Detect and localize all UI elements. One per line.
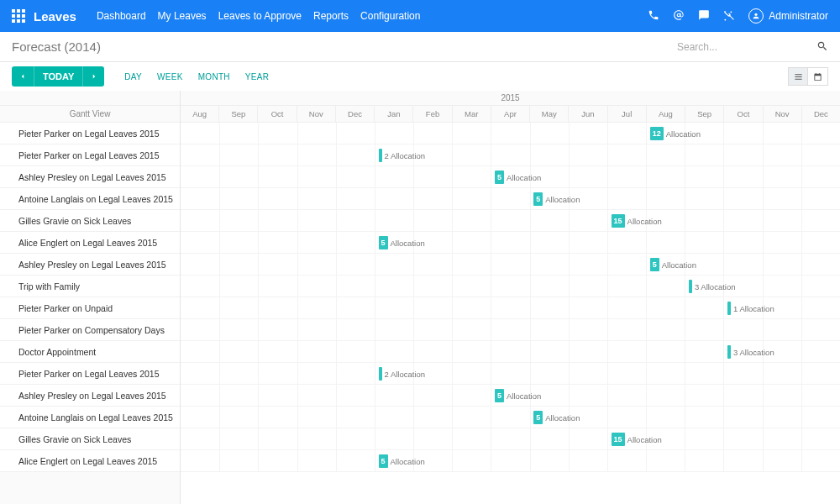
- gantt-row-label[interactable]: Pieter Parker on Compensatory Days: [0, 319, 180, 341]
- gantt-row: 3 Allocation: [181, 341, 840, 363]
- allocation-chip: 15: [612, 433, 625, 446]
- nav-reports[interactable]: Reports: [313, 10, 349, 22]
- range-year[interactable]: YEAR: [245, 72, 269, 81]
- month-header-cell: Jan: [374, 106, 412, 122]
- allocation-bar[interactable]: 5Allocation: [533, 411, 580, 424]
- month-header-cell: Sep: [218, 106, 257, 122]
- gantt: Gantt View Pieter Parker on Legal Leaves…: [0, 91, 840, 504]
- user-name: Administrator: [769, 10, 828, 22]
- range-month[interactable]: MONTH: [198, 72, 230, 81]
- nav-config[interactable]: Configuration: [360, 10, 420, 22]
- next-button[interactable]: [82, 66, 104, 87]
- allocation-text: Allocation: [627, 217, 662, 226]
- allocation-bar[interactable]: 5Allocation: [379, 454, 425, 468]
- app-brand: Leaves: [34, 9, 76, 24]
- list-view-toggle[interactable]: [788, 67, 808, 86]
- gantt-row-label[interactable]: Antoine Langlais on Legal Leaves 2015: [0, 407, 180, 428]
- chat-icon[interactable]: [698, 9, 710, 23]
- gantt-row-label[interactable]: Gilles Gravie on Sick Leaves: [0, 210, 180, 232]
- allocation-text: 2 Allocation: [385, 370, 426, 379]
- month-header-cell: Nov: [763, 106, 801, 122]
- allocation-text: 1 Allocation: [733, 304, 774, 313]
- allocation-bar[interactable]: 12Allocation: [650, 127, 701, 140]
- gantt-row-label[interactable]: Gilles Gravie on Sick Leaves: [0, 428, 180, 450]
- gantt-row: 3 Allocation: [181, 276, 840, 297]
- apps-icon[interactable]: [12, 9, 25, 23]
- allocation-bar[interactable]: 15Allocation: [612, 214, 662, 228]
- tools-icon[interactable]: [723, 10, 735, 22]
- allocation-chip: 5: [495, 389, 504, 402]
- today-button[interactable]: TODAY: [34, 66, 82, 87]
- gantt-row-label[interactable]: Ashley Presley on Legal Leaves 2015: [0, 166, 180, 188]
- allocation-text: Allocation: [545, 413, 580, 423]
- month-header-cell: Aug: [646, 106, 685, 122]
- gantt-row-label[interactable]: Alice Englert on Legal Leaves 2015: [0, 232, 180, 254]
- month-header-cell: May: [529, 106, 568, 122]
- gantt-row-label[interactable]: Ashley Presley on Legal Leaves 2015: [0, 254, 180, 276]
- gantt-row-label[interactable]: Pieter Parker on Legal Leaves 2015: [0, 144, 180, 166]
- allocation-bar[interactable]: 5Allocation: [495, 389, 541, 402]
- allocation-bar[interactable]: 2 Allocation: [379, 367, 426, 381]
- nav-dashboard[interactable]: Dashboard: [97, 10, 146, 22]
- gantt-grid[interactable]: 2015 AugSepOctNovDecJanFebMarAprMayJunJu…: [181, 91, 840, 504]
- allocation-chip: 5: [495, 171, 504, 184]
- range-tabs: DAY WEEK MONTH YEAR: [124, 72, 269, 81]
- allocation-chip: 15: [612, 214, 625, 228]
- gantt-row-label[interactable]: Pieter Parker on Legal Leaves 2015: [0, 123, 180, 144]
- gantt-sidebar-title: Gantt View: [0, 106, 180, 123]
- gantt-month-header: AugSepOctNovDecJanFebMarAprMayJunJulAugS…: [181, 106, 840, 123]
- nav-my-leaves[interactable]: My Leaves: [158, 10, 207, 22]
- gantt-row-label[interactable]: Ashley Presley on Legal Leaves 2015: [0, 385, 180, 407]
- month-header-cell: Jul: [607, 106, 646, 122]
- allocation-bar[interactable]: 1 Allocation: [727, 302, 774, 315]
- allocation-text: Allocation: [662, 260, 696, 270]
- allocation-text: 2 Allocation: [385, 151, 426, 160]
- range-week[interactable]: WEEK: [157, 72, 183, 81]
- gantt-row-label[interactable]: Antoine Langlais on Legal Leaves 2015: [0, 188, 180, 210]
- allocation-bar[interactable]: 3 Allocation: [689, 280, 736, 293]
- gantt-row-label[interactable]: Pieter Parker on Unpaid: [0, 297, 180, 319]
- allocation-chip: 5: [379, 236, 388, 249]
- gantt-row-label[interactable]: Alice Englert on Legal Leaves 2015: [0, 450, 180, 472]
- search-input[interactable]: [677, 41, 811, 53]
- allocation-bar[interactable]: 5Allocation: [650, 258, 696, 271]
- gantt-row: 5Allocation: [181, 188, 840, 210]
- gantt-row: 2 Allocation: [181, 363, 840, 385]
- allocation-bar[interactable]: 3 Allocation: [727, 345, 774, 359]
- gantt-row: 5Allocation: [181, 232, 840, 254]
- allocation-bar[interactable]: 15Allocation: [612, 433, 662, 446]
- gantt-row-label[interactable]: Trip with Family: [0, 276, 180, 297]
- month-header-cell: Sep: [685, 106, 723, 122]
- app-root: Leaves Dashboard My Leaves Leaves to App…: [0, 0, 840, 504]
- calendar-view-toggle[interactable]: [808, 67, 828, 86]
- allocation-text: Allocation: [627, 435, 662, 444]
- gantt-row: 2 Allocation: [181, 144, 840, 166]
- gantt-row: 15Allocation: [181, 428, 840, 450]
- search-icon[interactable]: [816, 40, 828, 54]
- allocation-chip: 5: [533, 192, 543, 206]
- phone-icon[interactable]: [648, 9, 659, 23]
- gantt-label-column: Gantt View Pieter Parker on Legal Leaves…: [0, 91, 181, 504]
- user-menu[interactable]: Administrator: [748, 8, 828, 24]
- date-nav-group: TODAY: [12, 66, 104, 87]
- allocation-bar[interactable]: 5Allocation: [379, 236, 425, 249]
- gantt-year-header: 2015: [181, 91, 840, 106]
- prev-button[interactable]: [12, 66, 34, 87]
- at-icon[interactable]: [673, 9, 685, 23]
- allocation-text: Allocation: [666, 129, 701, 139]
- gantt-row-label[interactable]: Doctor Appointment: [0, 341, 180, 363]
- allocation-text: Allocation: [391, 239, 425, 248]
- allocation-chip: 5: [533, 411, 543, 424]
- month-header-cell: Oct: [257, 106, 296, 122]
- allocation-bar[interactable]: 5Allocation: [533, 192, 580, 206]
- month-header-cell: Feb: [412, 106, 451, 122]
- range-day[interactable]: DAY: [124, 72, 142, 81]
- allocation-bar[interactable]: 5Allocation: [495, 171, 541, 184]
- gantt-row: 1 Allocation: [181, 297, 840, 319]
- month-header-cell: Jun: [568, 106, 606, 122]
- allocation-bar[interactable]: 2 Allocation: [379, 149, 426, 162]
- nav-approve[interactable]: Leaves to Approve: [218, 10, 302, 22]
- gantt-row-label[interactable]: Pieter Parker on Legal Leaves 2015: [0, 363, 180, 385]
- allocation-chip: [727, 345, 731, 359]
- search-box: [677, 40, 828, 54]
